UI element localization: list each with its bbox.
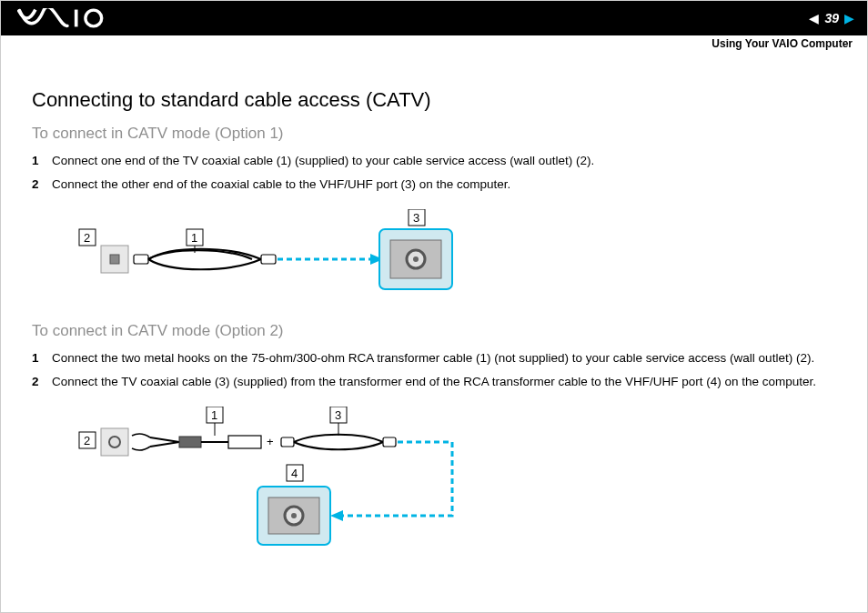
header-bar: ◀ 39 ▶ — [1, 1, 867, 35]
svg-line-19 — [150, 442, 179, 447]
svg-rect-24 — [281, 437, 294, 447]
svg-text:+: + — [267, 435, 274, 448]
svg-rect-4 — [110, 255, 119, 264]
svg-marker-30 — [330, 510, 343, 521]
callout-3b: 3 — [335, 408, 341, 422]
option2-step-1: Connect the two metal hooks on the 75-oh… — [32, 349, 836, 367]
option1-step-2: Connect the other end of the coaxial cab… — [32, 176, 836, 194]
diagram-option1: 2 1 — [70, 209, 836, 304]
callout-1b: 1 — [211, 408, 217, 422]
svg-point-13 — [413, 256, 419, 262]
option1-step-1: Connect one end of the TV coaxial cable … — [32, 152, 836, 170]
section-title: Using Your VAIO Computer — [712, 37, 853, 50]
option2-step-2: Connect the TV coaxial cable (3) (suppli… — [32, 373, 836, 391]
page-number: 39 — [824, 11, 839, 25]
option2-steps: Connect the two metal hooks on the 75-oh… — [32, 349, 836, 390]
svg-rect-25 — [383, 437, 396, 447]
svg-rect-5 — [134, 255, 148, 264]
svg-rect-20 — [179, 437, 201, 447]
next-page-arrow-icon[interactable]: ▶ — [844, 11, 854, 25]
svg-rect-21 — [228, 436, 261, 448]
svg-rect-0 — [75, 10, 78, 27]
prev-page-arrow-icon[interactable]: ◀ — [809, 11, 819, 25]
svg-point-1 — [86, 10, 102, 26]
callout-4: 4 — [291, 467, 298, 480]
option2-heading: To connect in CATV mode (Option 2) — [32, 322, 836, 340]
vaio-logo — [17, 8, 117, 28]
callout-2: 2 — [84, 231, 90, 245]
diagram-option2: 2 + — [70, 407, 836, 556]
callout-2b: 2 — [84, 434, 90, 447]
svg-point-34 — [291, 513, 297, 518]
option1-heading: To connect in CATV mode (Option 1) — [32, 125, 836, 143]
callout-3: 3 — [413, 211, 419, 225]
svg-rect-6 — [261, 255, 276, 264]
content-area: Connecting to standard cable access (CAT… — [1, 35, 867, 556]
svg-point-17 — [109, 437, 120, 447]
page-title: Connecting to standard cable access (CAT… — [32, 88, 836, 112]
option1-steps: Connect one end of the TV coaxial cable … — [32, 152, 836, 193]
callout-1: 1 — [191, 231, 197, 245]
svg-line-18 — [150, 437, 179, 442]
page-root: ◀ 39 ▶ Using Your VAIO Computer Connecti… — [0, 0, 868, 613]
page-navigator: ◀ 39 ▶ — [809, 11, 854, 25]
